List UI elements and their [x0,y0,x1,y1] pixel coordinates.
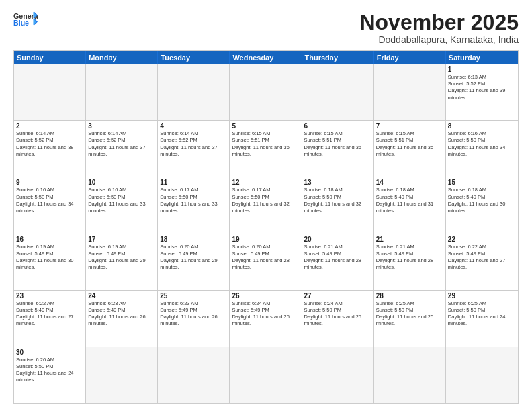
day-number: 26 [232,292,299,300]
day-header-saturday: Saturday [446,51,518,64]
day-number: 12 [232,179,299,186]
day-number: 27 [304,292,371,300]
day-number: 3 [88,122,155,130]
day-cell-3: 3Sunrise: 6:14 AM Sunset: 5:52 PM Daylig… [86,121,158,177]
empty-cell [86,347,158,404]
cell-info: Sunrise: 6:19 AM Sunset: 5:49 PM Dayligh… [88,244,155,271]
empty-cell [230,347,302,404]
day-number: 29 [448,292,516,300]
day-cell-5: 5Sunrise: 6:15 AM Sunset: 5:51 PM Daylig… [230,121,302,177]
cell-info: Sunrise: 6:17 AM Sunset: 5:50 PM Dayligh… [232,187,299,214]
page: General Blue November 2025 Doddaballapur… [0,0,532,411]
empty-cell [158,64,230,121]
day-number: 13 [304,179,371,186]
day-cell-24: 24Sunrise: 6:23 AM Sunset: 5:49 PM Dayli… [86,291,158,347]
cell-info: Sunrise: 6:13 AM Sunset: 5:52 PM Dayligh… [448,74,516,101]
day-number: 20 [304,236,371,243]
logo: General Blue [13,11,38,30]
day-number: 10 [88,179,155,186]
cell-info: Sunrise: 6:23 AM Sunset: 5:49 PM Dayligh… [160,300,227,328]
day-cell-28: 28Sunrise: 6:25 AM Sunset: 5:50 PM Dayli… [374,291,446,347]
day-number: 17 [88,236,155,243]
day-number: 5 [232,122,299,130]
cell-info: Sunrise: 6:19 AM Sunset: 5:49 PM Dayligh… [16,244,83,271]
day-cell-23: 23Sunrise: 6:22 AM Sunset: 5:49 PM Dayli… [14,291,86,347]
day-number: 28 [376,292,443,300]
cell-info: Sunrise: 6:15 AM Sunset: 5:51 PM Dayligh… [232,130,299,158]
day-number: 19 [232,236,299,243]
cell-info: Sunrise: 6:22 AM Sunset: 5:49 PM Dayligh… [16,300,83,328]
cell-info: Sunrise: 6:23 AM Sunset: 5:49 PM Dayligh… [88,300,155,328]
cell-info: Sunrise: 6:17 AM Sunset: 5:50 PM Dayligh… [160,187,227,214]
day-number: 9 [16,179,83,186]
generalblue-logo-icon: General Blue [13,11,38,30]
day-cell-17: 17Sunrise: 6:19 AM Sunset: 5:49 PM Dayli… [86,234,158,291]
empty-cell [14,64,86,121]
day-number: 23 [16,292,83,300]
day-number: 22 [448,236,516,243]
day-cell-8: 8Sunrise: 6:16 AM Sunset: 5:50 PM Daylig… [446,121,518,177]
cell-info: Sunrise: 6:25 AM Sunset: 5:50 PM Dayligh… [376,300,443,328]
day-number: 7 [376,122,443,130]
calendar-grid: 1Sunrise: 6:13 AM Sunset: 5:52 PM Daylig… [14,64,518,404]
cell-info: Sunrise: 6:26 AM Sunset: 5:50 PM Dayligh… [16,357,83,384]
day-number: 15 [448,179,516,186]
empty-cell [86,64,158,121]
day-number: 18 [160,236,227,243]
cell-info: Sunrise: 6:18 AM Sunset: 5:49 PM Dayligh… [448,187,516,214]
day-cell-16: 16Sunrise: 6:19 AM Sunset: 5:49 PM Dayli… [14,234,86,291]
cell-info: Sunrise: 6:21 AM Sunset: 5:49 PM Dayligh… [304,244,371,271]
day-cell-19: 19Sunrise: 6:20 AM Sunset: 5:49 PM Dayli… [230,234,302,291]
day-number: 14 [376,179,443,186]
day-cell-4: 4Sunrise: 6:14 AM Sunset: 5:52 PM Daylig… [158,121,230,177]
empty-cell [230,64,302,121]
day-number: 11 [160,179,227,186]
day-cell-2: 2Sunrise: 6:14 AM Sunset: 5:52 PM Daylig… [14,121,86,177]
cell-info: Sunrise: 6:14 AM Sunset: 5:52 PM Dayligh… [88,130,155,158]
day-number: 6 [304,122,371,130]
cell-info: Sunrise: 6:24 AM Sunset: 5:50 PM Dayligh… [304,300,371,328]
cell-info: Sunrise: 6:20 AM Sunset: 5:49 PM Dayligh… [160,244,227,271]
day-cell-7: 7Sunrise: 6:15 AM Sunset: 5:51 PM Daylig… [374,121,446,177]
day-cell-21: 21Sunrise: 6:21 AM Sunset: 5:49 PM Dayli… [374,234,446,291]
day-cell-30: 30Sunrise: 6:26 AM Sunset: 5:50 PM Dayli… [14,347,86,404]
empty-cell [158,347,230,404]
title-block: November 2025 Doddaballapura, Karnataka,… [359,11,519,45]
cell-info: Sunrise: 6:16 AM Sunset: 5:50 PM Dayligh… [88,187,155,214]
day-number: 2 [16,122,83,130]
day-header-monday: Monday [86,51,158,64]
cell-info: Sunrise: 6:18 AM Sunset: 5:49 PM Dayligh… [376,187,443,214]
day-number: 16 [16,236,83,243]
day-headers: SundayMondayTuesdayWednesdayThursdayFrid… [14,51,518,64]
day-cell-14: 14Sunrise: 6:18 AM Sunset: 5:49 PM Dayli… [374,177,446,234]
day-cell-12: 12Sunrise: 6:17 AM Sunset: 5:50 PM Dayli… [230,177,302,234]
cell-info: Sunrise: 6:16 AM Sunset: 5:50 PM Dayligh… [16,187,83,214]
day-cell-6: 6Sunrise: 6:15 AM Sunset: 5:51 PM Daylig… [302,121,374,177]
cell-info: Sunrise: 6:20 AM Sunset: 5:49 PM Dayligh… [232,244,299,271]
day-cell-11: 11Sunrise: 6:17 AM Sunset: 5:50 PM Dayli… [158,177,230,234]
day-cell-9: 9Sunrise: 6:16 AM Sunset: 5:50 PM Daylig… [14,177,86,234]
day-header-wednesday: Wednesday [230,51,302,64]
day-cell-18: 18Sunrise: 6:20 AM Sunset: 5:49 PM Dayli… [158,234,230,291]
day-number: 30 [16,349,83,356]
day-number: 1 [448,66,516,73]
day-number: 8 [448,122,516,130]
day-cell-15: 15Sunrise: 6:18 AM Sunset: 5:49 PM Dayli… [446,177,518,234]
day-cell-25: 25Sunrise: 6:23 AM Sunset: 5:49 PM Dayli… [158,291,230,347]
day-header-sunday: Sunday [14,51,86,64]
empty-cell [446,347,518,404]
day-header-friday: Friday [374,51,446,64]
day-cell-22: 22Sunrise: 6:22 AM Sunset: 5:49 PM Dayli… [446,234,518,291]
cell-info: Sunrise: 6:15 AM Sunset: 5:51 PM Dayligh… [304,130,371,158]
empty-cell [374,347,446,404]
month-title: November 2025 [359,11,519,34]
day-cell-27: 27Sunrise: 6:24 AM Sunset: 5:50 PM Dayli… [302,291,374,347]
empty-cell [302,347,374,404]
cell-info: Sunrise: 6:14 AM Sunset: 5:52 PM Dayligh… [16,130,83,158]
cell-info: Sunrise: 6:25 AM Sunset: 5:50 PM Dayligh… [448,300,516,328]
cell-info: Sunrise: 6:24 AM Sunset: 5:49 PM Dayligh… [232,300,299,328]
header: General Blue November 2025 Doddaballapur… [13,11,519,45]
location: Doddaballapura, Karnataka, India [359,34,519,45]
empty-cell [374,64,446,121]
cell-info: Sunrise: 6:15 AM Sunset: 5:51 PM Dayligh… [376,130,443,158]
